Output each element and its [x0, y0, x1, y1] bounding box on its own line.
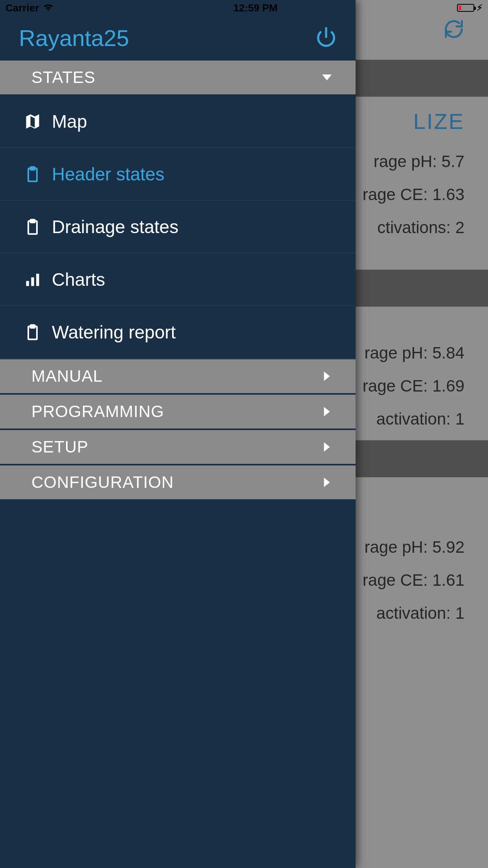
- svg-marker-11: [324, 371, 330, 381]
- svg-rect-5: [31, 219, 35, 222]
- menu-item-header-states[interactable]: Header states: [0, 148, 356, 200]
- menu-item-charts[interactable]: Charts: [0, 253, 356, 306]
- caret-right-icon: [321, 370, 333, 382]
- power-icon[interactable]: [316, 26, 337, 49]
- bar-chart-icon: [23, 271, 42, 288]
- status-left: Carrier: [6, 2, 54, 14]
- svg-rect-8: [36, 274, 39, 286]
- section-label: PROGRAMMING: [31, 402, 164, 421]
- section-label: STATES: [31, 68, 95, 87]
- svg-marker-1: [322, 75, 332, 81]
- menu-item-label: Watering report: [52, 322, 176, 343]
- section-programming[interactable]: PROGRAMMING: [0, 394, 356, 429]
- menu-item-watering-report[interactable]: Watering report: [0, 306, 356, 359]
- drawer-title: Rayanta25: [19, 25, 129, 51]
- svg-marker-13: [324, 442, 330, 452]
- svg-rect-6: [26, 281, 29, 286]
- wifi-icon: [43, 2, 54, 14]
- caret-down-icon: [321, 72, 333, 83]
- svg-rect-7: [31, 277, 34, 286]
- map-icon: [23, 113, 42, 130]
- status-right: ⚡︎: [457, 3, 482, 13]
- bolt-icon: ⚡︎: [477, 3, 482, 13]
- section-label: CONFIGURATION: [31, 473, 174, 492]
- section-label: MANUAL: [31, 367, 103, 386]
- menu-item-map[interactable]: Map: [0, 95, 356, 148]
- clipboard-icon: [23, 218, 42, 235]
- menu-item-drainage-states[interactable]: Drainage states: [0, 200, 356, 253]
- svg-rect-10: [31, 325, 35, 327]
- drawer-fill: [0, 500, 356, 868]
- menu-item-label: Charts: [52, 269, 105, 290]
- menu-item-label: Map: [52, 111, 87, 132]
- section-states[interactable]: STATES: [0, 60, 356, 95]
- svg-rect-3: [31, 167, 35, 169]
- section-label: SETUP: [31, 438, 88, 456]
- menu-item-label: Header states: [52, 164, 164, 185]
- section-manual[interactable]: MANUAL: [0, 359, 356, 394]
- status-bar: Carrier 12:59 PM ⚡︎: [0, 0, 488, 16]
- menu-item-label: Drainage states: [52, 216, 178, 237]
- carrier-label: Carrier: [6, 2, 39, 14]
- clipboard-icon: [23, 166, 42, 183]
- svg-marker-14: [324, 478, 330, 487]
- caret-right-icon: [321, 441, 333, 453]
- svg-marker-12: [324, 407, 330, 416]
- status-time: 12:59 PM: [233, 2, 278, 14]
- section-configuration[interactable]: CONFIGURATION: [0, 465, 356, 500]
- caret-right-icon: [321, 406, 333, 417]
- caret-right-icon: [321, 476, 333, 488]
- nav-drawer: Rayanta25 STATES Map Header states Drain…: [0, 0, 356, 868]
- section-setup[interactable]: SETUP: [0, 429, 356, 465]
- clipboard-icon: [23, 324, 42, 341]
- battery-icon: [457, 4, 474, 12]
